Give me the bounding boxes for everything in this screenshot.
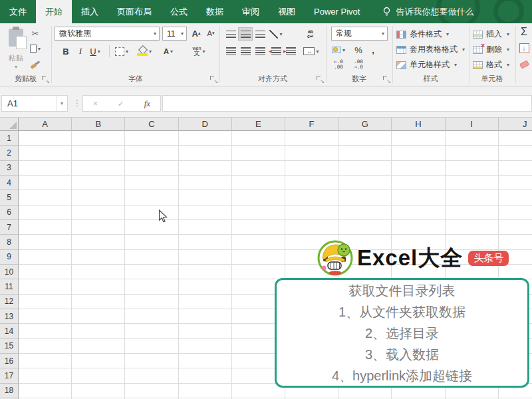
cell-J6[interactable]	[499, 205, 532, 220]
cell-B14[interactable]	[72, 324, 125, 338]
cell-H1[interactable]	[392, 131, 445, 146]
copy-button[interactable]	[28, 42, 43, 55]
cell-A10[interactable]	[19, 265, 72, 279]
decrease-indent-button[interactable]: ◀	[269, 45, 283, 58]
cell-F1[interactable]	[285, 131, 338, 146]
row-header-15[interactable]: 15	[0, 339, 19, 354]
column-header-H[interactable]: H	[392, 118, 445, 131]
cell-D4[interactable]	[179, 176, 232, 190]
cell-B7[interactable]	[72, 220, 125, 235]
number-dialog-launcher[interactable]	[383, 76, 390, 83]
row-header-12[interactable]: 12	[0, 295, 19, 309]
cell-A11[interactable]	[19, 279, 72, 294]
select-all-button[interactable]	[0, 118, 19, 131]
align-left-button[interactable]	[223, 45, 238, 58]
cell-C16[interactable]	[125, 354, 178, 368]
row-header-5[interactable]: 5	[0, 190, 19, 205]
font-dialog-launcher[interactable]	[210, 76, 217, 83]
cell-J1[interactable]	[499, 131, 532, 146]
row-header-9[interactable]: 9	[0, 250, 19, 265]
cell-B18[interactable]	[72, 384, 125, 398]
cell-A12[interactable]	[19, 295, 72, 309]
cell-E2[interactable]	[232, 146, 285, 160]
increase-font-button[interactable]: A▴	[189, 27, 203, 40]
cell-B4[interactable]	[72, 176, 125, 190]
tab-file[interactable]: 文件	[0, 0, 36, 23]
align-top-button[interactable]	[223, 27, 238, 41]
cell-A17[interactable]	[19, 368, 72, 383]
cell-styles-button[interactable]: 单元格样式	[396, 59, 457, 71]
row-header-17[interactable]: 17	[0, 368, 19, 383]
clear-button[interactable]	[517, 58, 531, 71]
fill-color-button[interactable]	[137, 45, 152, 58]
cell-B10[interactable]	[72, 265, 125, 279]
cell-I1[interactable]	[446, 131, 499, 146]
format-painter-button[interactable]	[28, 58, 43, 71]
cancel-button[interactable]: ×	[93, 99, 98, 108]
cell-C18[interactable]	[125, 384, 178, 398]
cell-I7[interactable]	[446, 220, 499, 235]
cell-E9[interactable]	[232, 250, 285, 265]
row-header-6[interactable]: 6	[0, 205, 19, 220]
cell-B8[interactable]	[72, 235, 125, 249]
cell-G7[interactable]	[338, 220, 392, 235]
phonetic-button[interactable]: wén 文	[192, 45, 206, 58]
fill-button[interactable]: ↓	[517, 41, 531, 55]
column-header-C[interactable]: C	[125, 118, 178, 131]
cell-H3[interactable]	[392, 161, 445, 176]
cell-C12[interactable]	[125, 295, 178, 309]
cell-E6[interactable]	[232, 205, 285, 220]
cell-I6[interactable]	[446, 205, 499, 220]
formula-bar-resize-handle[interactable]: ⋮	[73, 95, 81, 112]
cell-B13[interactable]	[72, 309, 125, 324]
cell-D14[interactable]	[179, 324, 232, 338]
cell-D18[interactable]	[179, 384, 232, 398]
cell-F5[interactable]	[285, 190, 338, 205]
cut-button[interactable]: ✂	[28, 27, 43, 40]
cell-C13[interactable]	[125, 309, 178, 324]
cell-D12[interactable]	[179, 295, 232, 309]
decrease-font-button[interactable]: A▾	[203, 27, 218, 40]
tab-data[interactable]: 数据	[197, 0, 233, 23]
cell-J2[interactable]	[499, 146, 532, 160]
row-header-13[interactable]: 13	[0, 309, 19, 324]
orientation-button[interactable]	[269, 27, 283, 41]
cell-B16[interactable]	[72, 354, 125, 368]
font-size-select[interactable]: 11 ▾	[162, 27, 187, 41]
cell-D3[interactable]	[179, 161, 232, 176]
cell-C8[interactable]	[125, 235, 178, 249]
cell-H6[interactable]	[392, 205, 445, 220]
cell-A2[interactable]	[19, 146, 72, 160]
formula-input[interactable]	[162, 95, 532, 112]
cell-B11[interactable]	[72, 279, 125, 294]
cell-B6[interactable]	[72, 205, 125, 220]
cell-E7[interactable]	[232, 220, 285, 235]
cell-F4[interactable]	[285, 176, 338, 190]
cell-F3[interactable]	[285, 161, 338, 176]
cell-H2[interactable]	[392, 146, 445, 160]
cell-I4[interactable]	[446, 176, 499, 190]
cell-C9[interactable]	[125, 250, 178, 265]
tab-home[interactable]: 开始	[36, 0, 72, 23]
cell-B1[interactable]	[72, 131, 125, 146]
row-header-14[interactable]: 14	[0, 324, 19, 338]
cell-I2[interactable]	[446, 146, 499, 160]
tab-review[interactable]: 审阅	[233, 0, 269, 23]
tab-formulas[interactable]: 公式	[161, 0, 197, 23]
align-right-button[interactable]	[253, 45, 267, 58]
number-format-select[interactable]: 常规 ▾	[331, 27, 388, 41]
column-header-I[interactable]: I	[446, 118, 499, 131]
cell-H5[interactable]	[392, 190, 445, 205]
cell-B9[interactable]	[72, 250, 125, 265]
cell-A7[interactable]	[19, 220, 72, 235]
cell-C3[interactable]	[125, 161, 178, 176]
cell-A3[interactable]	[19, 161, 72, 176]
alignment-dialog-launcher[interactable]	[317, 76, 324, 83]
cell-I5[interactable]	[446, 190, 499, 205]
cell-H7[interactable]	[392, 220, 445, 235]
cell-A18[interactable]	[19, 384, 72, 398]
tab-insert[interactable]: 插入	[72, 0, 108, 23]
bold-button[interactable]: B	[59, 45, 73, 58]
cell-A5[interactable]	[19, 190, 72, 205]
cell-E4[interactable]	[232, 176, 285, 190]
